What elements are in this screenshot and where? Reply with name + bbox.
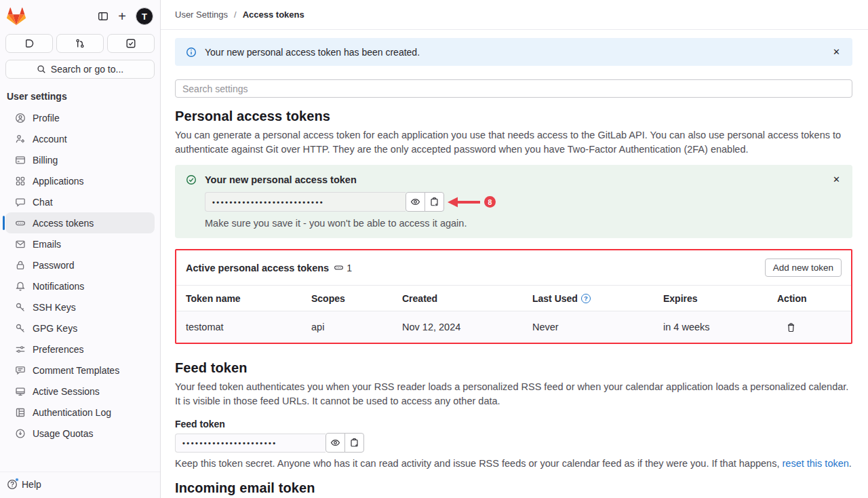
feed-section-description: Your feed token authenticates you when y… [175, 380, 852, 408]
sidebar-shortcuts [0, 30, 160, 53]
red-arrow-icon [448, 196, 483, 208]
sidebar-item-usage-quotas[interactable]: Usage Quotas [5, 423, 155, 444]
col-token-name: Token name [186, 293, 311, 304]
sidebar-item-notifications[interactable]: Notifications [5, 275, 155, 296]
check-circle-icon [186, 174, 197, 185]
col-action: Action [777, 293, 842, 304]
reset-token-link[interactable]: reset this token [783, 458, 849, 469]
active-tokens-header: Active personal access tokens 1 Add new … [176, 250, 851, 285]
sidebar-item-access-tokens[interactable]: Access tokens [5, 212, 155, 233]
sidebar-item-chat[interactable]: Chat [5, 191, 155, 212]
issues-icon [24, 38, 35, 49]
quota-icon [15, 428, 26, 439]
sidebar-item-ssh-keys[interactable]: SSH Keys [5, 296, 155, 318]
sidebar-item-profile[interactable]: Profile [5, 107, 155, 128]
new-token-row: •••••••••••••••••••••••••• [205, 192, 842, 212]
gitlab-logo-icon[interactable] [7, 7, 26, 26]
reveal-token-button[interactable] [406, 192, 425, 212]
create-new-icon[interactable]: + [113, 7, 132, 26]
cell-last-used: Never [532, 322, 663, 332]
help-icon [7, 479, 18, 490]
sidebar-item-emails[interactable]: Emails [5, 233, 155, 254]
sidebar-item-label: Active Sessions [33, 386, 100, 397]
applications-icon [15, 176, 26, 187]
masked-token-value: •••••••••••••••••••••••••• [212, 198, 324, 206]
sidebar-item-active-sessions[interactable]: Active Sessions [5, 381, 155, 402]
sidebar-nav: Profile Account Billing Applications Cha… [0, 107, 160, 472]
help-button[interactable]: Help [7, 479, 41, 490]
sidebar-item-label: SSH Keys [33, 302, 76, 313]
copy-token-button[interactable] [425, 192, 444, 212]
comment-template-icon [15, 365, 26, 376]
help-label: Help [22, 479, 41, 490]
chat-icon [15, 197, 26, 208]
save-token-note: Make sure you save it - you won't be abl… [205, 218, 842, 229]
pat-section-description: You can generate a personal access token… [175, 128, 852, 157]
main-content: User Settings / Access tokens Your new p… [161, 0, 868, 498]
revoke-token-button[interactable] [783, 319, 799, 335]
app-window: + T [0, 0, 868, 498]
breadcrumb-separator: / [234, 9, 237, 20]
annotation-step-badge: 8 [484, 196, 496, 208]
monitor-icon [15, 386, 26, 397]
merge-requests-shortcut-button[interactable] [56, 34, 104, 53]
banner-close-icon[interactable]: ✕ [831, 46, 842, 58]
eye-icon [410, 197, 420, 207]
sidebar-item-authentication-log[interactable]: Authentication Log [5, 402, 155, 423]
incoming-email-token-section: Incoming email token [175, 480, 852, 496]
key-icon [15, 302, 26, 313]
sidebar-item-label: Applications [33, 176, 84, 187]
breadcrumb: User Settings / Access tokens [161, 0, 868, 30]
table-row: testomat api Nov 12, 2024 Never in 4 wee… [176, 311, 851, 343]
key-icon [15, 323, 26, 334]
col-created: Created [402, 293, 532, 304]
issues-shortcut-button[interactable] [5, 34, 53, 53]
cell-expires: in 4 weeks [663, 322, 777, 332]
feed-note-period: . [849, 458, 852, 469]
feed-token-field[interactable]: •••••••••••••••••••••• [175, 434, 326, 453]
global-search-button[interactable]: Search or go to... [5, 60, 155, 79]
breadcrumb-current: Access tokens [243, 9, 304, 20]
step-annotation: 8 [448, 196, 496, 208]
reveal-feed-token-button[interactable] [326, 433, 345, 453]
sidebar-item-gpg-keys[interactable]: GPG Keys [5, 318, 155, 339]
sidebar-toggle-icon[interactable] [94, 7, 113, 26]
copy-clipboard-icon [429, 197, 439, 207]
info-icon [186, 47, 197, 58]
sidebar-item-password[interactable]: Password [5, 254, 155, 275]
sidebar-item-label: Authentication Log [33, 407, 111, 418]
add-new-token-button[interactable]: Add new token [765, 258, 842, 277]
sidebar-item-label: Profile [33, 113, 60, 123]
log-icon [15, 407, 26, 418]
sidebar-item-billing[interactable]: Billing [5, 149, 155, 170]
tokens-table: Token name Scopes Created Last Used ? Ex… [176, 285, 851, 343]
alert-close-icon[interactable]: ✕ [831, 174, 842, 185]
sidebar-item-account[interactable]: Account [5, 128, 155, 149]
todo-shortcut-button[interactable] [107, 34, 155, 53]
col-last-used: Last Used ? [532, 293, 663, 304]
sidebar-item-preferences[interactable]: Preferences [5, 339, 155, 360]
global-search-label: Search or go to... [51, 64, 123, 75]
sidebar-item-label: Password [33, 260, 74, 271]
token-count-value: 1 [347, 263, 352, 273]
sidebar-item-comment-templates[interactable]: Comment Templates [5, 360, 155, 381]
new-token-field[interactable]: •••••••••••••••••••••••••• [205, 192, 406, 212]
settings-search-input[interactable] [175, 79, 852, 98]
sidebar-item-applications[interactable]: Applications [5, 170, 155, 191]
copy-feed-token-button[interactable] [344, 433, 364, 453]
feed-secret-note: Keep this token secret. Anyone who has i… [175, 458, 852, 469]
sliders-icon [15, 344, 26, 355]
cell-scopes: api [311, 322, 402, 332]
account-icon [15, 134, 26, 145]
breadcrumb-user-settings[interactable]: User Settings [175, 9, 228, 20]
sidebar-item-label: Preferences [33, 344, 83, 355]
user-avatar[interactable]: T [136, 7, 153, 25]
sidebar-item-label: Usage Quotas [33, 428, 94, 439]
tokens-table-header-row: Token name Scopes Created Last Used ? Ex… [176, 286, 851, 311]
help-question-icon[interactable]: ? [581, 294, 591, 303]
new-token-alert: Your new personal access token ✕ •••••••… [175, 165, 852, 238]
sidebar-item-label: Access tokens [33, 218, 94, 229]
token-count: 1 [334, 263, 352, 273]
cell-token-name: testomat [186, 322, 311, 332]
active-tokens-title-text: Active personal access tokens [186, 263, 329, 273]
